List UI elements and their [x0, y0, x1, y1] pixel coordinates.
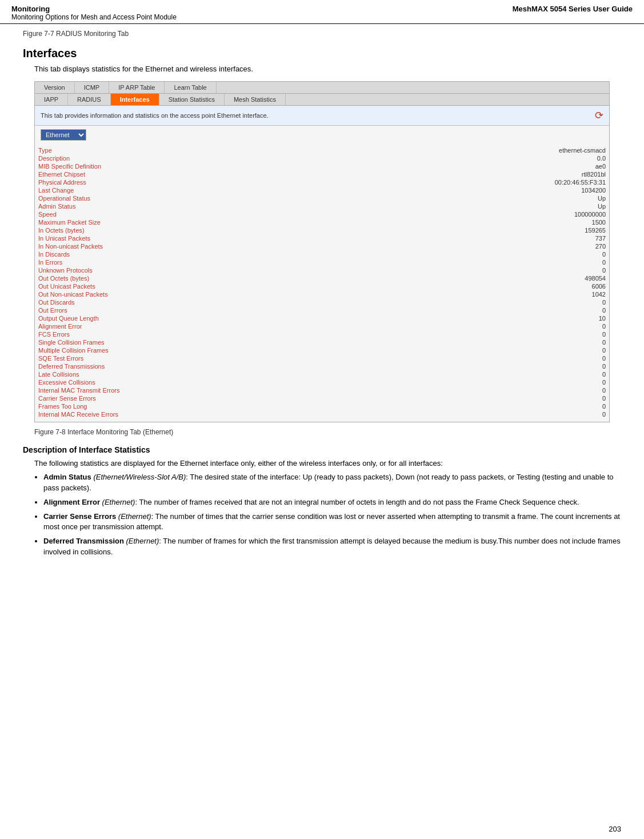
stat-value: 737 [351, 234, 609, 242]
stat-label: Type [35, 146, 351, 154]
table-row: In Octets (bytes)159265 [35, 226, 609, 234]
stat-label: Physical Address [35, 178, 351, 186]
table-row: Late Collisions0 [35, 370, 609, 378]
table-row: Typeethernet-csmacd [35, 146, 609, 154]
tab-row-2: IAPP RADIUS Interfaces Station Statistic… [35, 94, 609, 106]
info-bar: This tab provides information and statis… [35, 106, 609, 126]
stat-label: Unknown Protocols [35, 266, 351, 274]
stat-value: 0 [351, 394, 609, 402]
tab-version[interactable]: Version [35, 82, 75, 93]
table-row: Unknown Protocols0 [35, 266, 609, 274]
table-row: In Errors0 [35, 258, 609, 266]
stat-value: 0 [351, 362, 609, 370]
desc-title: Description of Interface Statistics [23, 445, 621, 454]
stat-label: Deferred Transmissions [35, 362, 351, 370]
bullet-list: Admin Status (Ethernet/Wireless-Slot A/B… [43, 472, 621, 558]
table-row: Internal MAC Receive Errors0 [35, 410, 609, 418]
tab-radius[interactable]: RADIUS [68, 94, 111, 105]
stat-label: Out Errors [35, 306, 351, 314]
header-subtitle: Monitoring Options for Mesh and Access P… [11, 13, 177, 21]
stat-value: Up [351, 202, 609, 210]
stat-label: Operational Status [35, 194, 351, 202]
stat-label: MIB Specific Definition [35, 162, 351, 170]
list-item: Carrier Sense Errors (Ethernet): The num… [43, 512, 621, 533]
stat-label: In Unicast Packets [35, 234, 351, 242]
tab-icmp[interactable]: ICMP [75, 82, 110, 93]
header-left: Monitoring Monitoring Options for Mesh a… [11, 5, 177, 21]
stat-label: Out Discards [35, 298, 351, 306]
stat-label: Out Unicast Packets [35, 282, 351, 290]
stat-value: 0 [351, 266, 609, 274]
tab-iapp[interactable]: IAPP [35, 94, 68, 105]
section-intro: This tab displays statistics for the Eth… [34, 65, 621, 73]
table-row: Out Octets (bytes)498054 [35, 274, 609, 282]
stat-value: 0 [351, 250, 609, 258]
stat-label: Out Non-unicast Packets [35, 290, 351, 298]
dropdown-row: Ethernet [35, 126, 609, 144]
stats-content: Typeethernet-csmacdDescription0.0MIB Spe… [35, 144, 609, 422]
table-row: Frames Too Long0 [35, 402, 609, 410]
table-row: Out Non-unicast Packets1042 [35, 290, 609, 298]
table-row: Ethernet Chipsetrtl8201bl [35, 170, 609, 178]
interface-dropdown[interactable]: Ethernet [41, 129, 86, 141]
stat-value: Up [351, 194, 609, 202]
stat-value: 1500 [351, 218, 609, 226]
desc-section: Description of Interface Statistics The … [23, 445, 621, 558]
table-row: MIB Specific Definitionae0 [35, 162, 609, 170]
stat-value: ethernet-csmacd [351, 146, 609, 154]
stat-value: 0 [351, 378, 609, 386]
stat-value: 498054 [351, 274, 609, 282]
stat-label: Admin Status [35, 202, 351, 210]
info-text: This tab provides information and statis… [41, 112, 269, 119]
table-row: Out Unicast Packets6006 [35, 282, 609, 290]
tab-ip-arp-table[interactable]: IP ARP Table [109, 82, 165, 93]
stat-value: 270 [351, 242, 609, 250]
table-row: Speed100000000 [35, 210, 609, 218]
refresh-icon[interactable]: ⟳ [595, 109, 603, 122]
stat-value: 1034200 [351, 186, 609, 194]
stat-label: Late Collisions [35, 370, 351, 378]
table-row: Out Discards0 [35, 298, 609, 306]
table-row: SQE Test Errors0 [35, 354, 609, 362]
table-row: Physical Address00:20:46:55:F3:31 [35, 178, 609, 186]
tab-mesh-statistics[interactable]: Mesh Statistics [225, 94, 286, 105]
figure-top-label: Figure 7-7 RADIUS Monitoring Tab [23, 30, 621, 38]
table-row: Last Change1034200 [35, 186, 609, 194]
table-row: Carrier Sense Errors0 [35, 394, 609, 402]
stat-value: 0 [351, 322, 609, 330]
table-row: Maximum Packet Size1500 [35, 218, 609, 226]
stat-label: In Errors [35, 258, 351, 266]
table-row: Description0.0 [35, 154, 609, 162]
stat-label: Maximum Packet Size [35, 218, 351, 226]
table-row: In Discards0 [35, 250, 609, 258]
stat-value: 0 [351, 370, 609, 378]
desc-intro: The following statistics are displayed f… [34, 459, 621, 468]
stat-value: 0.0 [351, 154, 609, 162]
list-item: Deferred Transmission (Ethernet): The nu… [43, 536, 621, 558]
stat-value: 0 [351, 338, 609, 346]
stat-label: Last Change [35, 186, 351, 194]
stat-label: SQE Test Errors [35, 354, 351, 362]
table-row: Admin StatusUp [35, 202, 609, 210]
stat-value: 100000000 [351, 210, 609, 218]
page-header: Monitoring Monitoring Options for Mesh a… [0, 0, 644, 24]
table-row: Single Collision Frames0 [35, 338, 609, 346]
stat-label: Alignment Error [35, 322, 351, 330]
tab-station-statistics[interactable]: Station Statistics [159, 94, 225, 105]
stat-value: 0 [351, 346, 609, 354]
table-row: Output Queue Length10 [35, 314, 609, 322]
table-row: Out Errors0 [35, 306, 609, 314]
header-title: Monitoring [11, 5, 177, 13]
table-row: In Non-unicast Packets270 [35, 242, 609, 250]
stat-value: ae0 [351, 162, 609, 170]
stat-label: Single Collision Frames [35, 338, 351, 346]
section-title: Interfaces [23, 47, 621, 60]
figure-bottom-label: Figure 7-8 Interface Monitoring Tab (Eth… [34, 428, 610, 436]
tab-learn-table[interactable]: Learn Table [165, 82, 216, 93]
stat-value: 6006 [351, 282, 609, 290]
stat-label: In Non-unicast Packets [35, 242, 351, 250]
stat-label: In Discards [35, 250, 351, 258]
stat-label: Description [35, 154, 351, 162]
tab-interfaces[interactable]: Interfaces [111, 94, 159, 105]
stat-label: Speed [35, 210, 351, 218]
